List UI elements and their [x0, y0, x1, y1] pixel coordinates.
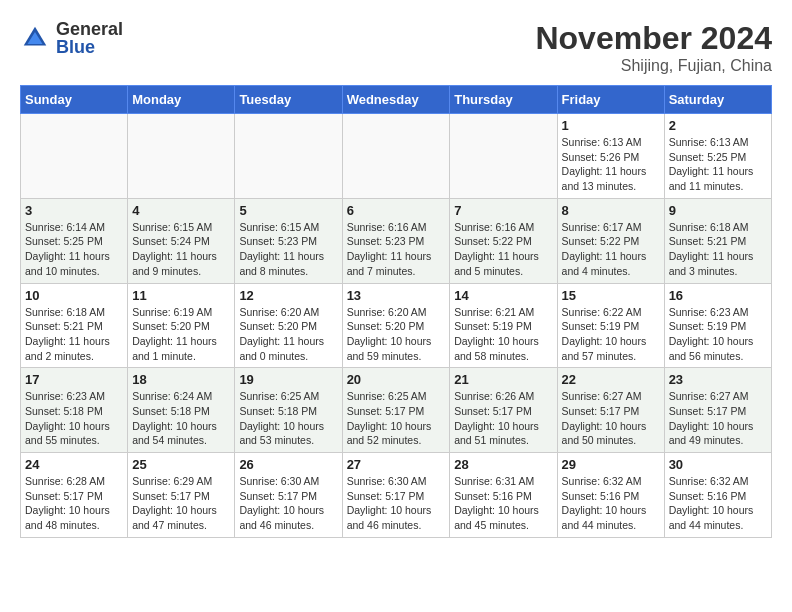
- day-number: 27: [347, 457, 446, 472]
- calendar-day-cell: 14Sunrise: 6:21 AM Sunset: 5:19 PM Dayli…: [450, 283, 557, 368]
- day-number: 7: [454, 203, 552, 218]
- logo-icon: [20, 23, 50, 53]
- day-number: 17: [25, 372, 123, 387]
- day-number: 25: [132, 457, 230, 472]
- calendar-day-cell: 6Sunrise: 6:16 AM Sunset: 5:23 PM Daylig…: [342, 198, 450, 283]
- day-info: Sunrise: 6:26 AM Sunset: 5:17 PM Dayligh…: [454, 389, 552, 448]
- calendar-day-cell: 9Sunrise: 6:18 AM Sunset: 5:21 PM Daylig…: [664, 198, 771, 283]
- calendar-day-cell: 2Sunrise: 6:13 AM Sunset: 5:25 PM Daylig…: [664, 114, 771, 199]
- calendar-day-cell: 11Sunrise: 6:19 AM Sunset: 5:20 PM Dayli…: [128, 283, 235, 368]
- day-number: 30: [669, 457, 767, 472]
- calendar-day-cell: 15Sunrise: 6:22 AM Sunset: 5:19 PM Dayli…: [557, 283, 664, 368]
- day-number: 29: [562, 457, 660, 472]
- calendar-day-cell: 30Sunrise: 6:32 AM Sunset: 5:16 PM Dayli…: [664, 453, 771, 538]
- day-number: 19: [239, 372, 337, 387]
- calendar-day-cell: 8Sunrise: 6:17 AM Sunset: 5:22 PM Daylig…: [557, 198, 664, 283]
- day-info: Sunrise: 6:21 AM Sunset: 5:19 PM Dayligh…: [454, 305, 552, 364]
- day-number: 24: [25, 457, 123, 472]
- day-info: Sunrise: 6:13 AM Sunset: 5:26 PM Dayligh…: [562, 135, 660, 194]
- day-info: Sunrise: 6:25 AM Sunset: 5:18 PM Dayligh…: [239, 389, 337, 448]
- calendar-day-cell: 27Sunrise: 6:30 AM Sunset: 5:17 PM Dayli…: [342, 453, 450, 538]
- calendar-week-row: 24Sunrise: 6:28 AM Sunset: 5:17 PM Dayli…: [21, 453, 772, 538]
- day-number: 20: [347, 372, 446, 387]
- calendar-day-cell: 10Sunrise: 6:18 AM Sunset: 5:21 PM Dayli…: [21, 283, 128, 368]
- day-number: 4: [132, 203, 230, 218]
- weekday-header: Sunday: [21, 86, 128, 114]
- title-block: November 2024 Shijing, Fujian, China: [535, 20, 772, 75]
- calendar-day-cell: 28Sunrise: 6:31 AM Sunset: 5:16 PM Dayli…: [450, 453, 557, 538]
- day-number: 12: [239, 288, 337, 303]
- calendar-day-cell: 24Sunrise: 6:28 AM Sunset: 5:17 PM Dayli…: [21, 453, 128, 538]
- month-title: November 2024: [535, 20, 772, 57]
- calendar-week-row: 1Sunrise: 6:13 AM Sunset: 5:26 PM Daylig…: [21, 114, 772, 199]
- calendar-day-cell: 23Sunrise: 6:27 AM Sunset: 5:17 PM Dayli…: [664, 368, 771, 453]
- logo-blue-label: Blue: [56, 38, 123, 56]
- calendar-table: SundayMondayTuesdayWednesdayThursdayFrid…: [20, 85, 772, 538]
- calendar-day-cell: 13Sunrise: 6:20 AM Sunset: 5:20 PM Dayli…: [342, 283, 450, 368]
- day-info: Sunrise: 6:22 AM Sunset: 5:19 PM Dayligh…: [562, 305, 660, 364]
- weekday-header: Monday: [128, 86, 235, 114]
- day-info: Sunrise: 6:16 AM Sunset: 5:22 PM Dayligh…: [454, 220, 552, 279]
- day-number: 6: [347, 203, 446, 218]
- day-info: Sunrise: 6:18 AM Sunset: 5:21 PM Dayligh…: [25, 305, 123, 364]
- day-info: Sunrise: 6:23 AM Sunset: 5:19 PM Dayligh…: [669, 305, 767, 364]
- day-number: 13: [347, 288, 446, 303]
- weekday-header: Friday: [557, 86, 664, 114]
- day-info: Sunrise: 6:24 AM Sunset: 5:18 PM Dayligh…: [132, 389, 230, 448]
- calendar-day-cell: 21Sunrise: 6:26 AM Sunset: 5:17 PM Dayli…: [450, 368, 557, 453]
- calendar-day-cell: [235, 114, 342, 199]
- day-info: Sunrise: 6:16 AM Sunset: 5:23 PM Dayligh…: [347, 220, 446, 279]
- day-number: 3: [25, 203, 123, 218]
- day-info: Sunrise: 6:32 AM Sunset: 5:16 PM Dayligh…: [669, 474, 767, 533]
- day-number: 2: [669, 118, 767, 133]
- calendar-day-cell: 17Sunrise: 6:23 AM Sunset: 5:18 PM Dayli…: [21, 368, 128, 453]
- day-info: Sunrise: 6:20 AM Sunset: 5:20 PM Dayligh…: [239, 305, 337, 364]
- calendar-day-cell: 16Sunrise: 6:23 AM Sunset: 5:19 PM Dayli…: [664, 283, 771, 368]
- day-info: Sunrise: 6:30 AM Sunset: 5:17 PM Dayligh…: [239, 474, 337, 533]
- calendar-day-cell: 7Sunrise: 6:16 AM Sunset: 5:22 PM Daylig…: [450, 198, 557, 283]
- day-info: Sunrise: 6:17 AM Sunset: 5:22 PM Dayligh…: [562, 220, 660, 279]
- calendar-week-row: 3Sunrise: 6:14 AM Sunset: 5:25 PM Daylig…: [21, 198, 772, 283]
- calendar-day-cell: 4Sunrise: 6:15 AM Sunset: 5:24 PM Daylig…: [128, 198, 235, 283]
- calendar-day-cell: 22Sunrise: 6:27 AM Sunset: 5:17 PM Dayli…: [557, 368, 664, 453]
- calendar-week-row: 17Sunrise: 6:23 AM Sunset: 5:18 PM Dayli…: [21, 368, 772, 453]
- day-info: Sunrise: 6:15 AM Sunset: 5:24 PM Dayligh…: [132, 220, 230, 279]
- day-info: Sunrise: 6:31 AM Sunset: 5:16 PM Dayligh…: [454, 474, 552, 533]
- day-number: 21: [454, 372, 552, 387]
- day-number: 22: [562, 372, 660, 387]
- calendar-day-cell: 3Sunrise: 6:14 AM Sunset: 5:25 PM Daylig…: [21, 198, 128, 283]
- calendar-day-cell: [342, 114, 450, 199]
- day-info: Sunrise: 6:13 AM Sunset: 5:25 PM Dayligh…: [669, 135, 767, 194]
- logo-general-label: General: [56, 20, 123, 38]
- day-info: Sunrise: 6:28 AM Sunset: 5:17 PM Dayligh…: [25, 474, 123, 533]
- calendar-day-cell: 20Sunrise: 6:25 AM Sunset: 5:17 PM Dayli…: [342, 368, 450, 453]
- calendar-week-row: 10Sunrise: 6:18 AM Sunset: 5:21 PM Dayli…: [21, 283, 772, 368]
- calendar-day-cell: 5Sunrise: 6:15 AM Sunset: 5:23 PM Daylig…: [235, 198, 342, 283]
- day-info: Sunrise: 6:27 AM Sunset: 5:17 PM Dayligh…: [562, 389, 660, 448]
- calendar-day-cell: [21, 114, 128, 199]
- day-number: 11: [132, 288, 230, 303]
- day-info: Sunrise: 6:30 AM Sunset: 5:17 PM Dayligh…: [347, 474, 446, 533]
- day-number: 18: [132, 372, 230, 387]
- day-number: 16: [669, 288, 767, 303]
- day-info: Sunrise: 6:14 AM Sunset: 5:25 PM Dayligh…: [25, 220, 123, 279]
- weekday-header: Wednesday: [342, 86, 450, 114]
- calendar-day-cell: 25Sunrise: 6:29 AM Sunset: 5:17 PM Dayli…: [128, 453, 235, 538]
- day-number: 15: [562, 288, 660, 303]
- day-number: 23: [669, 372, 767, 387]
- day-info: Sunrise: 6:32 AM Sunset: 5:16 PM Dayligh…: [562, 474, 660, 533]
- day-number: 28: [454, 457, 552, 472]
- calendar-day-cell: 29Sunrise: 6:32 AM Sunset: 5:16 PM Dayli…: [557, 453, 664, 538]
- day-number: 8: [562, 203, 660, 218]
- weekday-header: Tuesday: [235, 86, 342, 114]
- calendar-day-cell: 18Sunrise: 6:24 AM Sunset: 5:18 PM Dayli…: [128, 368, 235, 453]
- calendar-day-cell: 26Sunrise: 6:30 AM Sunset: 5:17 PM Dayli…: [235, 453, 342, 538]
- calendar-day-cell: 1Sunrise: 6:13 AM Sunset: 5:26 PM Daylig…: [557, 114, 664, 199]
- day-number: 14: [454, 288, 552, 303]
- day-info: Sunrise: 6:23 AM Sunset: 5:18 PM Dayligh…: [25, 389, 123, 448]
- calendar-day-cell: [450, 114, 557, 199]
- calendar-day-cell: 12Sunrise: 6:20 AM Sunset: 5:20 PM Dayli…: [235, 283, 342, 368]
- day-info: Sunrise: 6:19 AM Sunset: 5:20 PM Dayligh…: [132, 305, 230, 364]
- day-info: Sunrise: 6:20 AM Sunset: 5:20 PM Dayligh…: [347, 305, 446, 364]
- day-info: Sunrise: 6:29 AM Sunset: 5:17 PM Dayligh…: [132, 474, 230, 533]
